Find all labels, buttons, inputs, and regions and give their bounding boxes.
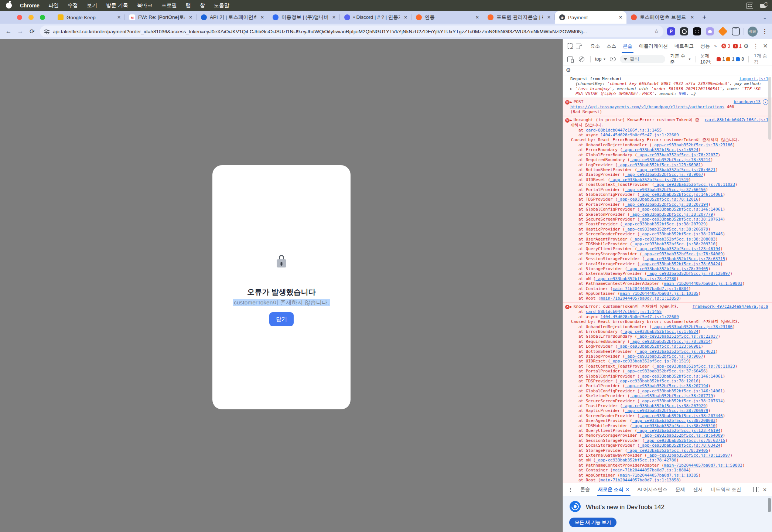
live-expression-eye-icon[interactable] [608, 55, 617, 64]
reload-button[interactable]: ⟳ [28, 28, 36, 35]
source-link[interactable]: _app-ce933bab352bf5cc.js:78:39214 [630, 157, 711, 162]
tab-close-icon[interactable]: ✕ [188, 15, 194, 20]
source-link[interactable]: _app-ce933bab352bf5cc.js:123:46194 [637, 428, 720, 433]
tab-close-icon[interactable]: ✕ [259, 15, 265, 20]
source-link[interactable]: _app-ce933bab352bf5cc.js:38:207779 [630, 212, 713, 217]
expand-caret-icon[interactable]: ▶ [570, 100, 572, 104]
tab-close-icon[interactable]: ✕ [403, 15, 409, 20]
source-link[interactable]: brandpay:13 [734, 99, 761, 104]
source-link[interactable]: card-88b1dcb0447c166f.js:1:1455 [586, 128, 662, 133]
source-link[interactable]: _app-ce933bab352bf5cc.js:38:207614 [640, 399, 723, 403]
devtools-tab-애플리케이션[interactable]: 애플리케이션 [636, 39, 671, 53]
forward-button[interactable]: → [16, 28, 24, 35]
drawer-tab-AI 어시스턴스[interactable]: AI 어시스턴스 [633, 483, 672, 496]
tab-search-chevron-icon[interactable]: ⌄ [763, 15, 767, 20]
browser-tab[interactable]: • Discord | # ? | 연동개✕ [340, 11, 411, 24]
browser-tab-active[interactable]: ⊕Payment✕ [555, 11, 626, 24]
source-link[interactable]: iamport.js:1 [739, 76, 768, 81]
docker-whale-icon[interactable] [760, 4, 766, 8]
tab-close-icon[interactable]: ✕ [116, 15, 122, 20]
source-link[interactable]: _app-ce933bab352bf5cc.js:78:125997 [647, 453, 730, 458]
tab-close-icon[interactable]: ✕ [474, 15, 480, 20]
source-link[interactable]: _app-ce933bab352bf5cc.js:78:11023 [654, 182, 735, 187]
menu-item[interactable]: 수정 [68, 2, 78, 9]
portone-extension-icon[interactable]: P [667, 27, 675, 35]
source-link[interactable]: main-71b20444057ba0d7.js:1:13858 [601, 296, 679, 301]
drawer-tab-문제[interactable]: 문제 [672, 483, 689, 496]
clear-console-icon[interactable] [577, 55, 586, 64]
maximize-window-button[interactable] [40, 15, 45, 20]
profile-avatar[interactable]: 예찬 [748, 27, 758, 37]
source-link[interactable]: _app-ce933bab352bf5cc.js:78:63715 [645, 438, 725, 443]
source-link[interactable]: _app-ce933bab352bf5cc.js:78:4621 [637, 349, 715, 354]
tab-close-icon[interactable]: ✕ [546, 15, 552, 20]
execution-context-selector[interactable]: top▼ [595, 57, 606, 62]
drawer-scrollbar[interactable] [768, 498, 771, 512]
source-link[interactable]: _app-ce933bab352bf5cc.js:78:39405 [627, 266, 708, 271]
source-link[interactable]: card-88b1dcb0447c166f.js:1:1455 [586, 309, 662, 314]
menu-item[interactable]: 창 [200, 2, 205, 9]
issues-badge[interactable]: ! 1 [733, 44, 742, 49]
source-link[interactable]: _app-ce933bab352bf5cc.js:78:39405 [627, 448, 708, 453]
console-settings-gear-icon[interactable]: ⚙ [566, 67, 571, 74]
see-all-features-button[interactable]: 모든 새 기능 보기 [569, 518, 616, 527]
source-link[interactable]: framework-497c2a34e947e67a.js:9 [693, 304, 768, 309]
tab-close-icon[interactable]: ✕ [331, 15, 337, 20]
menu-item[interactable]: 보기 [87, 2, 97, 9]
source-link[interactable]: main-71b20444057ba0d7.js:1:59803 [664, 463, 742, 468]
back-button[interactable]: ← [4, 28, 13, 35]
source-link[interactable]: _app-ce933bab352bf5cc.js:38:209310 [632, 242, 715, 246]
browser-tab[interactable]: 토스페이먼츠 브랜드페이✕ [626, 11, 698, 24]
menu-item[interactable]: 탭 [186, 2, 191, 9]
source-link[interactable]: main-71b20444057ba0d7.js:1:10385 [620, 473, 698, 478]
source-link[interactable]: _app-ce933bab352bf5cc.js:78:4621 [637, 167, 715, 172]
grid-extension-icon[interactable] [693, 27, 701, 35]
source-link[interactable]: _app-ce933bab352bf5cc.js:78:39214 [630, 339, 711, 344]
browser-tab[interactable]: Google Keep✕ [53, 11, 125, 24]
source-link[interactable]: _app-ce933bab352bf5cc.js:38:207446 [640, 413, 723, 418]
phantom-extension-icon[interactable] [706, 27, 714, 35]
menu-item[interactable]: 파일 [48, 2, 59, 9]
drawer-tab-센서[interactable]: 센서 [689, 483, 707, 496]
hidden-messages-note[interactable]: 1개 숨김 [754, 53, 769, 65]
browser-menu-icon[interactable]: ⋮ [762, 28, 768, 35]
expand-caret-icon[interactable]: ▶ [570, 305, 572, 308]
source-link[interactable]: _app-ce933bab352bf5cc.js:38:208083 [632, 237, 715, 242]
source-link[interactable]: _app-ce933bab352bf5cc.js:146:14061 [640, 207, 723, 212]
menu-app-name[interactable]: Chrome [20, 3, 40, 8]
devtools-tab-콘솔[interactable]: 콘솔 [619, 39, 636, 53]
source-link[interactable]: _app-ce933bab352bf5cc.js:38:209310 [632, 423, 715, 428]
source-link[interactable]: main-71b20444057ba0d7.js:1:8804 [613, 468, 689, 473]
source-link[interactable]: _app-ce933bab352bf5cc.js:78:63424 [640, 443, 721, 448]
source-link[interactable]: _app-ce933bab352bf5cc.js:123:66981 [618, 163, 701, 167]
metamask-extension-icon[interactable] [718, 27, 728, 36]
source-link[interactable]: _app-ce933bab352bf5cc.js:78:64009 [642, 433, 723, 438]
source-link[interactable]: _app-ce933bab352bf5cc.js:38:207446 [640, 232, 723, 236]
source-link[interactable]: main-71b20444057ba0d7.js:1:10385 [620, 291, 698, 296]
source-link[interactable]: _app-ce933bab352bf5cc.js:78:42780 [595, 276, 676, 281]
source-link[interactable]: _app-ce933bab352bf5cc.js:78:12016 [618, 197, 698, 202]
source-link[interactable]: _app-ce933bab352bf5cc.js:78:63424 [640, 262, 721, 266]
devtools-tab-소스[interactable]: 소스 [603, 39, 619, 53]
tab-close-icon[interactable]: ✕ [689, 15, 695, 20]
ai-insight-icon[interactable]: ✦ [763, 99, 768, 105]
source-link[interactable]: _app-ce933bab352bf5cc.js:78:23186 [652, 324, 733, 329]
devtools-tab-요소[interactable]: 요소 [587, 39, 603, 53]
devtools-menu-icon[interactable]: ⋮ [751, 42, 760, 51]
tab-close-icon[interactable]: ✕ [618, 15, 624, 20]
split-panel-icon[interactable] [753, 487, 759, 492]
source-link[interactable]: _app-ce933bab352bf5cc.js:78:11023 [654, 364, 735, 369]
source-link[interactable]: _app-ce933bab352bf5cc.js:1:6524 [622, 329, 698, 334]
source-link[interactable]: _app-ce933bab352bf5cc.js:38:208083 [632, 418, 715, 423]
source-link[interactable]: _app-ce933bab352bf5cc.js:146:14061 [640, 389, 723, 393]
drawer-menu-icon[interactable]: ⋮ [565, 487, 576, 492]
menu-item[interactable]: 북마크 [137, 2, 153, 9]
menu-item[interactable]: 프로필 [161, 2, 177, 9]
device-toolbar-icon[interactable] [574, 42, 583, 51]
source-link[interactable]: _app-ce933bab352bf5cc.js:146:14061 [640, 192, 723, 197]
drawer-tab-네트워크 조건[interactable]: 네트워크 조건 [707, 483, 745, 496]
address-bar[interactable]: api.takeitfirst.co.kr/order/payment?orde… [40, 25, 663, 37]
devtools-close-icon[interactable]: ✕ [761, 42, 770, 51]
source-link[interactable]: _app-ce933bab352bf5cc.js:38:206979 [625, 408, 708, 413]
clipboard-extension-icon[interactable] [732, 27, 740, 35]
